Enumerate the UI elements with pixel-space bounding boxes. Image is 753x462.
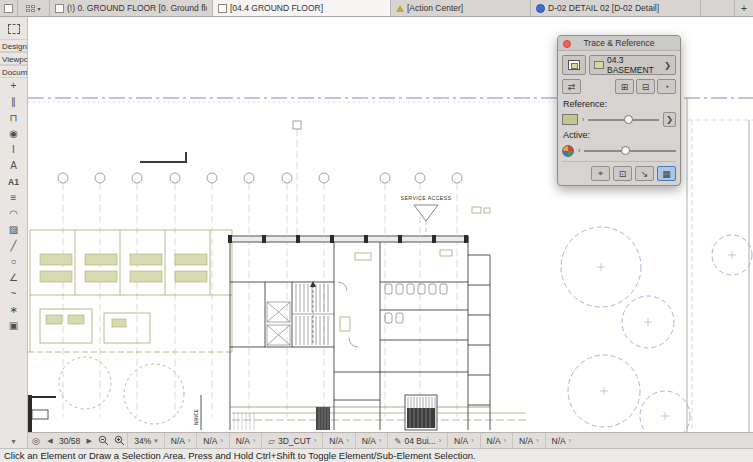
new-tab-button[interactable]: + bbox=[734, 0, 753, 16]
tab-label: (!) 0. GROUND FLOOR [0. Ground floor] bbox=[67, 3, 207, 13]
quick-options-segment[interactable]: N/A› bbox=[447, 433, 480, 448]
column-tool[interactable]: ◉ bbox=[2, 126, 26, 142]
label-tool[interactable]: A1 bbox=[2, 174, 26, 190]
quick-options-segment[interactable]: N/A› bbox=[480, 433, 513, 448]
move-reference-button[interactable]: ⌖ bbox=[591, 166, 610, 181]
segment-label: N/A bbox=[236, 436, 250, 446]
toolbox-scroll-chevron-icon[interactable]: ▾ bbox=[11, 437, 15, 448]
main-stair bbox=[292, 281, 334, 345]
palette-header[interactable]: Trace & Reference bbox=[558, 36, 680, 51]
circle-tool[interactable]: ○ bbox=[2, 254, 26, 270]
zoom-value: 34% bbox=[134, 436, 151, 446]
segment-label: N/A bbox=[362, 436, 376, 446]
hotspot-tool[interactable]: ∗ bbox=[2, 302, 26, 318]
hint-bar: Click an Element or Draw a Selection Are… bbox=[0, 448, 753, 462]
palette-body: 04.3 BASEMENT ❯ ⇄ ⊞ ⊟ ◔ Reference: › ❯ A… bbox=[558, 51, 680, 185]
service-access-label: SERVICE ACCESS bbox=[401, 195, 452, 201]
zoom-in-icon[interactable] bbox=[111, 433, 127, 448]
active-opacity-slider[interactable] bbox=[584, 145, 676, 156]
wall-tool[interactable]: ∥ bbox=[2, 94, 26, 110]
beam-tool[interactable]: I bbox=[2, 142, 26, 158]
tab-label: [Action Center] bbox=[407, 3, 463, 13]
reference-opacity-slider[interactable] bbox=[588, 114, 659, 125]
splitter-button[interactable]: ▦ bbox=[657, 166, 676, 181]
quick-options-segment[interactable]: N/A› bbox=[355, 433, 388, 448]
tab-label: D-02 DETAIL 02 [D-02 Detail] bbox=[548, 3, 659, 13]
line-tool[interactable]: ╱ bbox=[2, 238, 26, 254]
slider-thumb[interactable] bbox=[624, 115, 633, 124]
swap-reference-active-button[interactable]: ⇄ bbox=[562, 79, 581, 94]
chevron-down-icon: ▾ bbox=[37, 5, 40, 12]
figure-tool[interactable]: ▣ bbox=[2, 318, 26, 334]
sheet-counter[interactable]: 30/58 bbox=[56, 436, 83, 446]
text-tool[interactable]: A bbox=[2, 158, 26, 174]
next-sheet-button[interactable]: ▶ bbox=[83, 437, 95, 445]
close-icon[interactable] bbox=[563, 40, 571, 48]
slider-thumb[interactable] bbox=[621, 146, 630, 155]
tab-044-ground-floor[interactable]: [04.4 GROUND FLOOR] bbox=[213, 0, 391, 16]
chevron-right-icon: › bbox=[582, 116, 584, 123]
previous-sheet-button[interactable]: ◀ bbox=[44, 437, 56, 445]
duplicate-reference-button[interactable]: ⊡ bbox=[613, 166, 632, 181]
pen-set-segment[interactable]: ✎04 Bui...› bbox=[387, 433, 447, 448]
new-reference-button[interactable]: ⊞ bbox=[615, 79, 634, 94]
dimension-tool[interactable]: + bbox=[2, 78, 26, 94]
quick-options-segment[interactable]: N/A› bbox=[512, 433, 545, 448]
grid-lines bbox=[63, 129, 457, 417]
pen-icon: ✎ bbox=[394, 436, 401, 446]
segment-label: N/A bbox=[203, 436, 217, 446]
quick-options-segment[interactable]: N/A› bbox=[229, 433, 262, 448]
quick-options-segment[interactable]: N/A› bbox=[196, 433, 229, 448]
trace-toggle-button[interactable] bbox=[562, 55, 586, 75]
door-tool[interactable]: ⊓ bbox=[2, 110, 26, 126]
quad-view-button[interactable]: ▾ bbox=[18, 0, 50, 16]
reference-more-button[interactable]: ❯ bbox=[663, 112, 676, 127]
active-color-swatch[interactable] bbox=[562, 145, 574, 157]
reference-dropdown[interactable]: 04.3 BASEMENT ❯ bbox=[589, 55, 676, 75]
toolbox-group-design[interactable]: Design bbox=[0, 39, 28, 52]
vertical-label: NANCE bbox=[194, 409, 199, 425]
marquee-tool[interactable] bbox=[2, 23, 26, 39]
spline-tool[interactable]: ~ bbox=[2, 286, 26, 302]
segment-label: N/A bbox=[329, 436, 343, 446]
tab-overview-button[interactable] bbox=[0, 0, 18, 16]
service-access-marker: SERVICE ACCESS bbox=[401, 195, 452, 236]
zoom-level-control[interactable]: 34% ▾ bbox=[127, 433, 164, 448]
toolbox-group-document[interactable]: Docume bbox=[0, 65, 28, 78]
trace-reference-palette: Trace & Reference 04.3 BASEMENT ❯ ⇄ ⊞ ⊟ … bbox=[557, 35, 681, 186]
segment-label: N/A bbox=[487, 436, 501, 446]
fixtures bbox=[338, 282, 447, 347]
shell-tool[interactable]: ◠ bbox=[2, 206, 26, 222]
quick-options-segment[interactable]: N/A› bbox=[164, 433, 197, 448]
tab-d02-detail[interactable]: D-02 DETAIL 02 [D-02 Detail] bbox=[531, 0, 701, 16]
annotation-line bbox=[140, 152, 186, 162]
stair-tool[interactable]: ≡ bbox=[2, 190, 26, 206]
fill-tool[interactable]: ▨ bbox=[2, 222, 26, 238]
rebuild-reference-button[interactable]: ◔ bbox=[657, 79, 676, 94]
segment-label: N/A bbox=[454, 436, 468, 446]
grid-bubbles bbox=[58, 121, 462, 183]
chevron-right-icon: ❯ bbox=[664, 61, 671, 70]
offset-reference-button[interactable]: ↘ bbox=[635, 166, 654, 181]
quick-options-segment[interactable]: N/A› bbox=[545, 433, 578, 448]
tab-ground-floor[interactable]: (!) 0. GROUND FLOOR [0. Ground floor] bbox=[50, 0, 213, 16]
cutting-plane-segment[interactable]: ▱3D_CUT› bbox=[261, 433, 322, 448]
palette-title: Trace & Reference bbox=[558, 38, 680, 48]
reference-section-label: Reference: bbox=[563, 99, 676, 109]
chevron-right-icon: › bbox=[578, 147, 580, 154]
segment-label: N/A bbox=[171, 436, 185, 446]
layout-navigator-icon[interactable]: ◎ bbox=[28, 433, 44, 448]
reference-color-swatch[interactable] bbox=[562, 114, 578, 125]
toolbox-group-viewpoints[interactable]: Viewpoi bbox=[0, 52, 28, 65]
active-section-label: Active: bbox=[563, 130, 676, 140]
reference-options-button[interactable]: ⊟ bbox=[636, 79, 655, 94]
zoom-out-icon[interactable] bbox=[95, 433, 111, 448]
quad-view-icon bbox=[26, 5, 35, 12]
tab-action-center[interactable]: [Action Center] bbox=[391, 0, 531, 16]
quick-options-segment[interactable]: N/A› bbox=[322, 433, 355, 448]
segment-label: 3D_CUT bbox=[278, 436, 311, 446]
floor-plan-icon bbox=[218, 4, 227, 13]
polyline-tool[interactable]: ∠ bbox=[2, 270, 26, 286]
floor-plan-icon bbox=[55, 4, 64, 13]
toolbox: Design Viewpoi Docume + ∥ ⊓ ◉ I A A1 ≡ ◠… bbox=[0, 17, 28, 448]
